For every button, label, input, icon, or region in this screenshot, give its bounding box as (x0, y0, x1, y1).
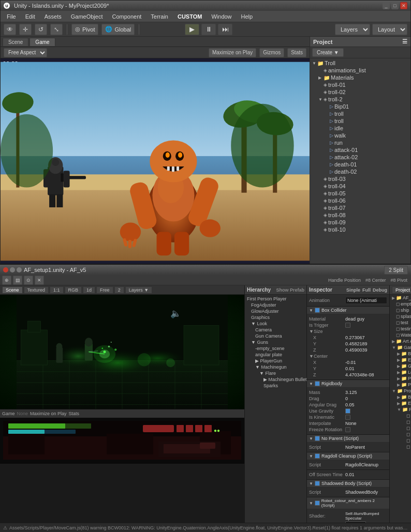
rb-checkbox[interactable] (315, 381, 320, 386)
vp-tab-scene[interactable]: Scene (2, 286, 23, 294)
np-checkbox[interactable] (315, 436, 320, 441)
hierarchy-item[interactable]: -empty_scene (245, 345, 306, 352)
full-btn[interactable]: Full (362, 287, 371, 293)
tree-item[interactable]: ◈troll-06 (310, 197, 410, 204)
box-collider-header[interactable]: ▼ Box Collider (307, 307, 389, 314)
aspect-select[interactable]: Free Aspect (4, 48, 47, 57)
eye-button[interactable]: 👁 (4, 24, 16, 35)
project-item[interactable]: ◻Rocket (390, 437, 411, 444)
tree-item[interactable]: ◈troll-04 (310, 183, 410, 190)
animation-input[interactable] (345, 297, 387, 304)
tree-item[interactable]: ▼◈troll-2 (310, 96, 410, 103)
project-item[interactable]: ▶📁Level (390, 369, 411, 375)
menu-edit[interactable]: Edit (21, 12, 39, 21)
mini-stats-btn[interactable]: Stats (69, 411, 80, 416)
hierarchy-item[interactable]: First Person Player (245, 296, 306, 302)
ragdoll-header[interactable]: ▼ Ragdoll Cleanup (Script) (307, 452, 389, 460)
tree-item[interactable]: ▶📁Materials (310, 74, 410, 81)
vp-tab-layers[interactable]: Layers ▼ (125, 286, 152, 294)
proj-tab-project[interactable]: Project (392, 286, 411, 294)
tree-item[interactable]: ▷troll (310, 110, 410, 117)
show-prefab-btn[interactable]: Show Prefab (276, 287, 304, 293)
maximize-on-play-btn[interactable]: Maximize on Play (209, 48, 256, 57)
project-item[interactable]: ◻RocketExplosion (390, 444, 411, 450)
close-button[interactable]: ✕ (400, 2, 407, 9)
bottom-min-dot[interactable] (10, 267, 15, 272)
hierarchy-item[interactable]: FogAdjuster (245, 302, 306, 308)
rigidbody-header[interactable]: ▼ Rigidbody (307, 380, 389, 388)
tree-item[interactable]: ◈troll-08 (310, 211, 410, 219)
bt-btn-4[interactable]: ✕ (35, 276, 44, 285)
move-button[interactable]: ✛ (19, 24, 32, 35)
mini-maximize-btn[interactable]: Maximize on Play (30, 411, 67, 416)
pause-button[interactable]: ⏸ (201, 24, 216, 35)
tree-item[interactable]: ▷death-02 (310, 168, 410, 175)
project-item[interactable]: ◻Machinegun Bullet (390, 413, 411, 419)
rd-checkbox[interactable] (315, 453, 320, 459)
project-item[interactable]: ◻Machinegun Hit (390, 431, 411, 437)
menu-gameobject[interactable]: GameObject (67, 12, 107, 21)
project-item[interactable]: ◻testing (390, 326, 411, 332)
hierarchy-item[interactable]: angular plate (245, 352, 306, 358)
project-item[interactable]: ◻ship (390, 307, 411, 313)
vp-tab-rgb[interactable]: RGB (65, 286, 82, 294)
project-item[interactable]: ▶📁Art Assets (390, 338, 411, 344)
menu-assets[interactable]: Assets (40, 12, 66, 21)
menu-file[interactable]: File (3, 12, 20, 21)
tab-scene[interactable]: Scene (3, 38, 28, 46)
tree-item[interactable]: ▷troll (310, 117, 410, 125)
tree-item[interactable]: ▷attack-02 (310, 154, 410, 161)
tree-item[interactable]: ◈troll-07 (310, 204, 410, 211)
project-item[interactable]: ▶📁AF_setup_3rdps_text (390, 295, 411, 301)
is-trigger-checkbox[interactable] (345, 323, 350, 328)
hierarchy-item[interactable]: ▼ Machinegun (245, 364, 306, 370)
bottom-close-dot[interactable] (3, 267, 8, 272)
project-item[interactable]: ◻WaterTest (390, 332, 411, 338)
tree-item[interactable]: ◈animations_list (310, 67, 410, 74)
project-item[interactable]: ▶📁Pickups (390, 375, 411, 382)
project-item[interactable]: ◻splashscreen (390, 313, 411, 320)
project-item[interactable]: ▶📁Boss (390, 394, 411, 400)
project-item[interactable]: ▶📁Boss (390, 351, 411, 357)
vp-tab-2[interactable]: 2 (114, 286, 124, 294)
tree-item[interactable]: ◈troll-01 (310, 81, 410, 88)
vp-tab-1to1[interactable]: 1:1 (50, 286, 64, 294)
project-create-btn[interactable]: Create ▼ (312, 48, 344, 57)
hierarchy-item[interactable]: Camera (245, 327, 306, 333)
tree-item[interactable]: ◈troll-09 (310, 219, 410, 226)
tree-item[interactable]: ◈troll-05 (310, 190, 410, 197)
rotate-button[interactable]: ↺ (35, 24, 47, 35)
hierarchy-item[interactable]: Sparks (245, 383, 306, 389)
pivot-toggle[interactable]: ◎ Pivot (71, 24, 98, 35)
project-item[interactable]: ◻empty_scene (390, 301, 411, 307)
bottom-max-dot[interactable] (17, 267, 22, 272)
vp-tab-textured[interactable]: Textured (24, 286, 49, 294)
sh-checkbox[interactable] (315, 481, 320, 486)
global-toggle[interactable]: 🌐 Global (101, 24, 135, 35)
tree-item[interactable]: ▷walk (310, 132, 410, 139)
maximize-button[interactable]: □ (391, 2, 399, 9)
hierarchy-item[interactable]: Graphics (245, 314, 306, 321)
project-item[interactable]: ▶📁Enemy (390, 400, 411, 406)
no-parent-header[interactable]: ▼ No Parent (Script) (307, 435, 389, 443)
tree-item[interactable]: ▷death-01 (310, 161, 410, 168)
tree-item[interactable]: ▼📁Troll (310, 59, 410, 67)
step-button[interactable]: ⏭ (218, 24, 232, 35)
tree-item[interactable]: ◈troll-02 (310, 88, 410, 96)
use-gravity-checkbox[interactable] (345, 408, 350, 414)
robot-header[interactable]: ▼ Robot_colour_and_ambers 2 (Script) (307, 497, 389, 509)
tree-item[interactable]: ◈troll-10 (310, 226, 410, 233)
hierarchy-item[interactable]: ▼ Flare (245, 370, 306, 376)
menu-window[interactable]: Window (207, 12, 236, 21)
project-item[interactable]: ▶📁Gunship (390, 363, 411, 369)
bc-checkbox[interactable] (315, 308, 320, 313)
menu-terrain[interactable]: Terrain (146, 12, 172, 21)
freeze-rotation-checkbox[interactable] (345, 427, 350, 432)
project-item[interactable]: ▼📁Player (390, 406, 411, 413)
vp-tab-free[interactable]: Free (96, 286, 113, 294)
rc-checkbox[interactable] (315, 500, 320, 506)
tree-item[interactable]: ▷run (310, 139, 410, 146)
project-item[interactable]: ▼📁Projectiles-Explosions (390, 388, 411, 394)
menu-custom[interactable]: CUSTOM (173, 12, 206, 21)
vp-tab-1d[interactable]: 1d (83, 286, 95, 294)
